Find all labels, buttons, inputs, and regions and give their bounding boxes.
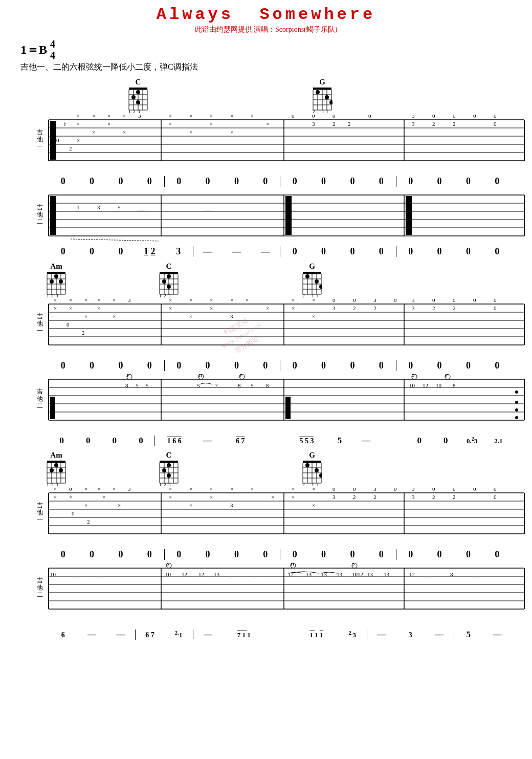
svg-text:×: × bbox=[54, 305, 57, 311]
svg-text:2: 2 bbox=[373, 494, 376, 500]
svg-text:3: 3 bbox=[332, 305, 336, 311]
svg-text:8: 8 bbox=[450, 571, 453, 577]
svg-text:×: × bbox=[97, 299, 100, 303]
svg-text:1: 1 bbox=[322, 109, 324, 113]
svg-rect-261 bbox=[47, 461, 65, 463]
svg-text:3: 3 bbox=[373, 488, 376, 492]
svg-rect-248 bbox=[285, 397, 291, 419]
svg-text:×: × bbox=[246, 299, 249, 303]
svg-text:×: × bbox=[123, 129, 126, 135]
svg-text:×: × bbox=[292, 494, 295, 500]
svg-text:0: 0 bbox=[394, 488, 397, 492]
svg-text:×: × bbox=[210, 305, 213, 311]
svg-text:0: 0 bbox=[72, 510, 75, 516]
chord-c-2: C 1 2 3 bbox=[159, 262, 179, 297]
svg-text:5: 5 bbox=[118, 204, 121, 210]
svg-text:他: 他 bbox=[37, 395, 43, 402]
svg-text:他: 他 bbox=[37, 211, 43, 218]
svg-text:3: 3 bbox=[412, 121, 415, 127]
svg-text:0: 0 bbox=[56, 137, 59, 143]
svg-text:—: — bbox=[204, 205, 212, 213]
svg-text:2: 2 bbox=[453, 305, 456, 311]
svg-text:×: × bbox=[251, 488, 254, 492]
svg-text:×: × bbox=[169, 115, 172, 119]
svg-text:2: 2 bbox=[432, 494, 435, 500]
svg-text:×: × bbox=[292, 488, 295, 492]
svg-text:×: × bbox=[54, 299, 57, 303]
chord-am-3: Am 1 2 bbox=[46, 451, 66, 486]
svg-text:3: 3 bbox=[138, 115, 141, 119]
svg-text:×: × bbox=[102, 494, 105, 500]
svg-text:×: × bbox=[210, 121, 213, 127]
svg-text:3: 3 bbox=[168, 482, 171, 486]
svg-text:吉: 吉 bbox=[37, 128, 43, 136]
svg-text:𝄽: 𝄽 bbox=[64, 122, 66, 126]
svg-point-289 bbox=[167, 463, 171, 467]
svg-text:他: 他 bbox=[37, 320, 43, 327]
svg-text:0: 0 bbox=[292, 115, 295, 119]
svg-rect-278 bbox=[160, 461, 178, 463]
svg-text:1: 1 bbox=[312, 293, 314, 297]
svg-text:H: H bbox=[291, 563, 294, 567]
svg-text:0: 0 bbox=[432, 299, 435, 303]
svg-point-273 bbox=[50, 468, 54, 472]
svg-text:×: × bbox=[107, 115, 110, 119]
svg-point-258 bbox=[515, 401, 518, 404]
svg-text:2: 2 bbox=[332, 121, 336, 127]
svg-text:他: 他 bbox=[37, 509, 43, 516]
svg-text:×: × bbox=[107, 121, 110, 127]
svg-text:二: 二 bbox=[37, 402, 43, 409]
svg-text:3: 3 bbox=[128, 488, 131, 492]
svg-text:2: 2 bbox=[164, 293, 166, 297]
svg-text:×: × bbox=[271, 494, 274, 500]
svg-text:8: 8 bbox=[238, 382, 241, 388]
svg-text:1012: 1012 bbox=[352, 571, 363, 577]
svg-text:×: × bbox=[189, 299, 192, 303]
svg-rect-233 bbox=[50, 397, 55, 419]
svg-rect-128 bbox=[160, 272, 178, 274]
svg-rect-17 bbox=[313, 88, 331, 90]
svg-text:12: 12 bbox=[198, 571, 204, 577]
svg-text:10: 10 bbox=[436, 382, 442, 388]
svg-text:×: × bbox=[69, 305, 72, 311]
svg-text:×: × bbox=[92, 115, 95, 119]
svg-text:—: — bbox=[138, 205, 145, 213]
svg-text:吉: 吉 bbox=[37, 388, 43, 395]
svg-text:3: 3 bbox=[56, 293, 58, 297]
svg-text:×: × bbox=[118, 502, 121, 508]
svg-text:H: H bbox=[198, 374, 202, 378]
svg-text:×: × bbox=[84, 299, 87, 303]
svg-text:×: × bbox=[113, 488, 116, 492]
svg-text:3: 3 bbox=[138, 109, 140, 113]
svg-text:×: × bbox=[210, 299, 213, 303]
notation-row-g2s2: 0 0 0 0 1 6 6 — 6 7 5 5 3 5 — 0 0 0.23 2… bbox=[49, 436, 512, 446]
svg-text:3: 3 bbox=[412, 305, 415, 311]
svg-point-291 bbox=[167, 473, 171, 478]
svg-text:×: × bbox=[77, 137, 80, 143]
svg-text:0: 0 bbox=[494, 121, 497, 127]
chord-c-1: C bbox=[128, 78, 148, 113]
svg-text:12: 12 bbox=[409, 571, 415, 577]
svg-point-272 bbox=[54, 463, 58, 467]
svg-text:2: 2 bbox=[453, 494, 456, 500]
notation-row-g1s3: 0 0 0 0 0 0 0 0 0 0 0 0 0 0 0 0 bbox=[49, 549, 512, 560]
svg-text:0: 0 bbox=[66, 321, 70, 328]
svg-text:0: 0 bbox=[394, 299, 397, 303]
svg-text:×: × bbox=[169, 305, 172, 311]
svg-text:×: × bbox=[312, 502, 315, 508]
svg-text:1: 1 bbox=[159, 482, 162, 486]
svg-text:↑: ↑ bbox=[316, 293, 319, 297]
svg-text:0: 0 bbox=[473, 488, 476, 492]
svg-text:3: 3 bbox=[412, 115, 415, 119]
svg-text:×: × bbox=[169, 121, 172, 127]
svg-text:×: × bbox=[69, 494, 72, 500]
svg-text:2: 2 bbox=[313, 109, 315, 113]
svg-text:5: 5 bbox=[136, 382, 139, 388]
svg-text:×: × bbox=[292, 305, 295, 311]
svg-text:3: 3 bbox=[312, 121, 315, 127]
svg-text:×: × bbox=[97, 305, 100, 311]
notation-row-g1s1: 0 0 0 0 0 0 0 0 0 0 0 0 0 0 0 0 bbox=[49, 176, 512, 187]
svg-text:×: × bbox=[312, 488, 315, 492]
svg-text:×: × bbox=[169, 488, 172, 492]
svg-point-307 bbox=[315, 468, 319, 472]
